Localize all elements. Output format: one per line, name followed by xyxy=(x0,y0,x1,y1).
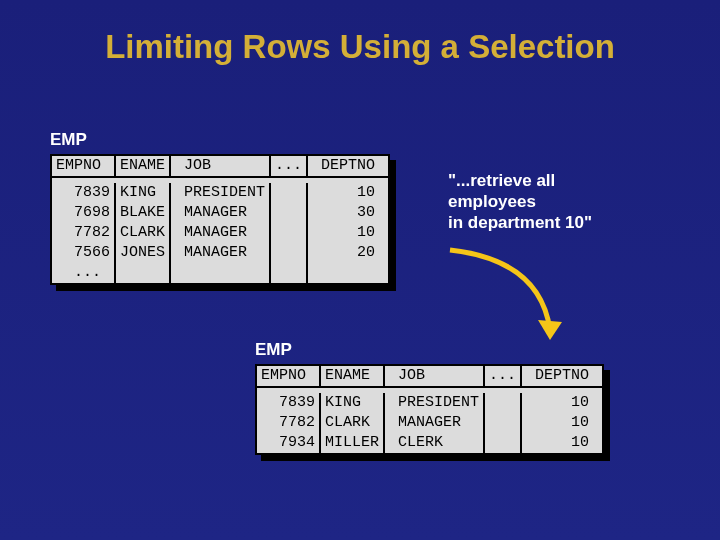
svg-marker-0 xyxy=(538,320,562,340)
table-row: 7782CLARK MANAGER10 xyxy=(256,413,603,433)
emp-table-filtered: EMP EMPNO ENAME JOB ... DEPTNO 7839KING … xyxy=(255,340,604,455)
table-row: 7698BLAKE MANAGER30 xyxy=(51,203,389,223)
table-row: 7934MILLER CLERK10 xyxy=(256,433,603,454)
slide-title: Limiting Rows Using a Selection xyxy=(0,28,720,66)
col-job: JOB xyxy=(170,155,270,177)
table-row: 7839KING PRESIDENT10 xyxy=(256,393,603,413)
col-empno: EMPNO xyxy=(51,155,115,177)
caption-line: in department 10" xyxy=(448,213,592,232)
selection-caption: "...retrieve all employees in department… xyxy=(448,170,708,233)
table-label: EMP xyxy=(50,130,390,150)
col-ename: ENAME xyxy=(115,155,170,177)
col-ellipsis: ... xyxy=(270,155,307,177)
table-row: 7839KING PRESIDENT10 xyxy=(51,183,389,203)
caption-line: employees xyxy=(448,192,536,211)
col-deptno: DEPTNO xyxy=(521,365,603,387)
emp-table: EMPNO ENAME JOB ... DEPTNO 7839KING PRES… xyxy=(255,364,604,455)
table-row: 7782CLARK MANAGER10 xyxy=(51,223,389,243)
caption-line: "...retrieve all xyxy=(448,171,555,190)
table-row: 7566JONES MANAGER20 xyxy=(51,243,389,263)
table-header-row: EMPNO ENAME JOB ... DEPTNO xyxy=(51,155,389,177)
emp-table: EMPNO ENAME JOB ... DEPTNO 7839KING PRES… xyxy=(50,154,390,285)
table-header-row: EMPNO ENAME JOB ... DEPTNO xyxy=(256,365,603,387)
col-deptno: DEPTNO xyxy=(307,155,389,177)
table-row: ... xyxy=(51,263,389,284)
col-ellipsis: ... xyxy=(484,365,521,387)
col-job: JOB xyxy=(384,365,484,387)
col-ename: ENAME xyxy=(320,365,384,387)
col-empno: EMPNO xyxy=(256,365,320,387)
emp-table-all: EMP EMPNO ENAME JOB ... DEPTNO 7839KING … xyxy=(50,130,390,285)
table-label: EMP xyxy=(255,340,604,360)
